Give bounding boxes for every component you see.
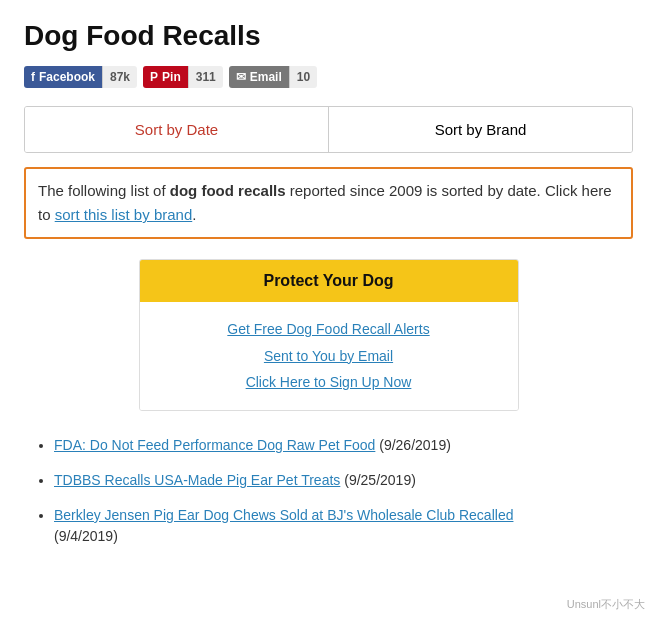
- recall-link-1[interactable]: FDA: Do Not Feed Performance Dog Raw Pet…: [54, 437, 375, 453]
- email-button[interactable]: ✉ Email 10: [229, 66, 317, 88]
- description-suffix: reported since 2009 is sorted by date.: [286, 182, 541, 199]
- description-box: The following list of dog food recalls r…: [24, 167, 633, 239]
- facebook-text: Facebook: [39, 70, 95, 84]
- protect-header: Protect Your Dog: [140, 260, 518, 302]
- facebook-label: f Facebook: [24, 66, 102, 88]
- pinterest-text: Pin: [162, 70, 181, 84]
- sort-by-brand-link[interactable]: sort this list by brand: [55, 206, 193, 223]
- facebook-button[interactable]: f Facebook 87k: [24, 66, 137, 88]
- list-item: Berkley Jensen Pig Ear Dog Chews Sold at…: [54, 505, 633, 547]
- recall-list: FDA: Do Not Feed Performance Dog Raw Pet…: [24, 435, 633, 547]
- click-suffix: .: [192, 206, 196, 223]
- recall-date-1: (9/26/2019): [379, 437, 451, 453]
- sort-by-brand-tab[interactable]: Sort by Brand: [329, 107, 632, 152]
- social-bar: f Facebook 87k P Pin 311 ✉ Email 10: [24, 66, 633, 88]
- facebook-count: 87k: [102, 66, 137, 88]
- recall-link-3[interactable]: Berkley Jensen Pig Ear Dog Chews Sold at…: [54, 507, 513, 523]
- recall-link-2[interactable]: TDBBS Recalls USA-Made Pig Ear Pet Treat…: [54, 472, 340, 488]
- email-text: Email: [250, 70, 282, 84]
- protect-body: Get Free Dog Food Recall Alerts Sent to …: [140, 302, 518, 410]
- description-bold: dog food recalls: [170, 182, 286, 199]
- page-title: Dog Food Recalls: [24, 20, 633, 52]
- pinterest-button[interactable]: P Pin 311: [143, 66, 223, 88]
- email-icon: ✉: [236, 70, 246, 84]
- sort-by-date-tab[interactable]: Sort by Date: [25, 107, 329, 152]
- email-link[interactable]: Sent to You by Email: [156, 343, 502, 370]
- pinterest-icon: P: [150, 70, 158, 84]
- sort-tabs: Sort by Date Sort by Brand: [24, 106, 633, 153]
- description-prefix: The following list of: [38, 182, 170, 199]
- pinterest-count: 311: [188, 66, 223, 88]
- pinterest-label: P Pin: [143, 66, 188, 88]
- email-count: 10: [289, 66, 317, 88]
- protect-box: Protect Your Dog Get Free Dog Food Recal…: [139, 259, 519, 411]
- list-item: TDBBS Recalls USA-Made Pig Ear Pet Treat…: [54, 470, 633, 491]
- sign-up-link[interactable]: Click Here to Sign Up Now: [156, 369, 502, 396]
- list-item: FDA: Do Not Feed Performance Dog Raw Pet…: [54, 435, 633, 456]
- watermark: Unsunl不小不大: [567, 597, 645, 612]
- recall-date-2: (9/25/2019): [344, 472, 416, 488]
- recall-alerts-link[interactable]: Get Free Dog Food Recall Alerts: [156, 316, 502, 343]
- email-label: ✉ Email: [229, 66, 289, 88]
- facebook-icon: f: [31, 70, 35, 84]
- recall-date-3: (9/4/2019): [54, 528, 118, 544]
